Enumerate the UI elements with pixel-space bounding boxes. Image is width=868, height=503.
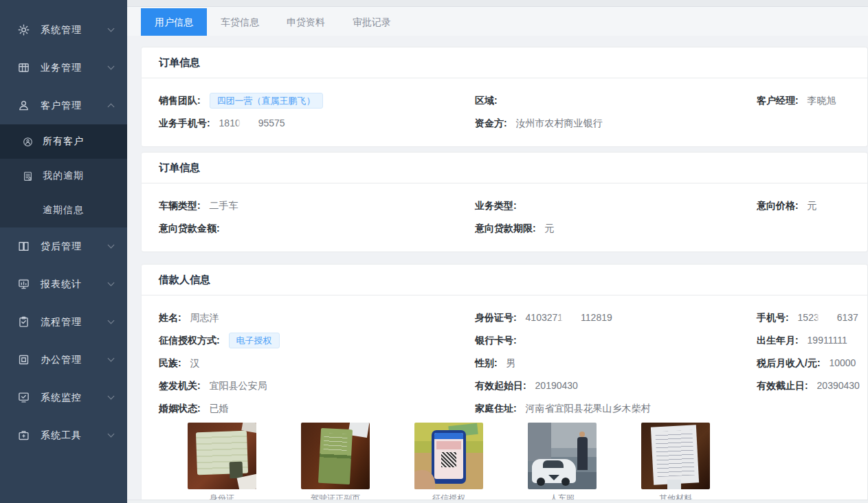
sidebar-item-system-monitor[interactable]: 系统监控: [0, 379, 127, 416]
building-graphic: [528, 423, 551, 461]
monitor-check-icon: [18, 392, 30, 403]
field-gender: 性别: 男: [475, 355, 757, 371]
sidebar-item-system-tools[interactable]: 系统工具: [0, 416, 127, 454]
card-title: 订单信息: [142, 47, 867, 78]
field-value: 4103271112819: [526, 312, 612, 323]
field-value: 宜阳县公安局: [210, 380, 267, 391]
chevron-down-icon: [108, 25, 115, 32]
sidebar-item-label: 系统工具: [41, 429, 109, 442]
field-label: 有效截止日:: [757, 380, 808, 391]
redaction-smudge: [819, 313, 837, 322]
borrower-info-card: 借款人信息 姓名: 周志洋 身份证号: 4103271112819 手机号:: [141, 264, 868, 503]
peoples-icon: [23, 137, 33, 147]
tab-panel-user-info: 订单信息 销售团队: 四团一营（直属王鹏飞） 区域: 客户经理:: [127, 36, 868, 503]
field-issuing-authority: 签发机关: 宜阳县公安局: [159, 377, 475, 394]
field-label: 银行卡号:: [475, 335, 517, 346]
detail-tabs: 用户信息 车贷信息 申贷资料 审批记录: [127, 7, 868, 36]
field-business-type: 业务类型:: [475, 197, 757, 214]
field-value: 元: [808, 200, 817, 211]
chevron-down-icon: [108, 63, 115, 70]
field-value: 10000: [829, 357, 856, 368]
sidebar-item-process-management[interactable]: 流程管理: [0, 303, 127, 341]
field-intended-price: 意向价格: 元: [757, 197, 850, 214]
card-body: 销售团队: 四团一营（直属王鹏飞） 区域: 客户经理: 李晓旭: [142, 78, 867, 146]
field-credit-authorization: 征信授权方式: 电子授权: [159, 332, 475, 348]
field-label: 征信授权方式:: [159, 335, 220, 346]
sidebar-item-business-management[interactable]: 业务管理: [0, 49, 127, 87]
card-title: 借款人信息: [142, 265, 867, 295]
field-value: 河南省宜阳县花果山乡木柴村: [526, 403, 651, 414]
sidebar-item-customer-management[interactable]: 客户管理: [0, 87, 127, 124]
field-value: 15236137: [798, 312, 858, 323]
field-birth-date: 出生年月: 19911111: [757, 332, 850, 348]
tab-car-loan-info[interactable]: 车贷信息: [207, 8, 273, 36]
field-vehicle-type: 车辆类型: 二手车: [159, 197, 475, 214]
id-portrait-graphic: [230, 462, 243, 479]
field-empty: [757, 115, 850, 131]
other-document-photo-thumbnail[interactable]: [641, 423, 710, 489]
tab-approval-records[interactable]: 审批记录: [339, 8, 405, 36]
clipboard-icon: [18, 316, 30, 328]
field-bank-card: 银行卡号:: [475, 332, 757, 348]
field-region: 区域:: [475, 92, 757, 109]
field-label: 身份证号:: [475, 312, 517, 323]
field-label: 有效起始日:: [475, 380, 526, 391]
field-label: 家庭住址:: [475, 403, 517, 414]
wheel-graphic: [561, 478, 570, 486]
field-label: 区域:: [475, 95, 498, 106]
credit-qr-photo-thumbnail[interactable]: [414, 423, 483, 489]
field-label: 车辆类型:: [159, 200, 201, 211]
field-label: 签发机关:: [159, 380, 201, 391]
redaction-smudge: [563, 313, 581, 322]
sidebar: 系统管理 业务管理 客户管理 所有客户: [0, 0, 127, 503]
person-graphic: [577, 437, 588, 470]
bottom-strip: [127, 500, 868, 503]
field-label: 税后月收入/元:: [757, 357, 821, 368]
sales-team-tag[interactable]: 四团一营（直属王鹏飞）: [210, 93, 323, 109]
field-intended-loan-term: 意向贷款期限: 元: [475, 220, 757, 236]
tab-user-info[interactable]: 用户信息: [141, 8, 207, 36]
field-valid-to: 有效截止日: 20390430: [757, 377, 860, 394]
photo-item: 征信授权: [414, 423, 483, 502]
sidebar-item-label: 办公管理: [41, 354, 109, 366]
sidebar-item-report-statistics[interactable]: 报表统计: [0, 265, 127, 303]
field-value: 20390430: [817, 380, 860, 391]
photo-item: 身份证: [188, 423, 256, 502]
sidebar-item-all-customers[interactable]: 所有客户: [0, 124, 127, 159]
chart-monitor-icon: [18, 278, 30, 290]
user-icon: [18, 100, 30, 111]
sidebar-item-my-overdue[interactable]: 我的逾期: [0, 159, 127, 193]
field-value: 20190430: [535, 380, 578, 391]
person-car-photo-thumbnail[interactable]: [528, 423, 597, 489]
field-label: 销售团队:: [159, 95, 201, 106]
field-funder: 资金方: 汝州市农村商业银行: [475, 115, 757, 131]
sidebar-item-label: 贷后管理: [41, 241, 109, 253]
field-label: 意向贷款金额:: [159, 223, 220, 234]
sidebar-item-label: 业务管理: [41, 62, 109, 74]
id-card-photo-thumbnail[interactable]: [188, 423, 256, 489]
book-icon: [18, 241, 30, 252]
phone-graphic: [432, 430, 466, 484]
field-row: 意向贷款金额: 意向贷款期限: 元: [159, 220, 850, 236]
chevron-down-icon: [108, 317, 115, 324]
field-intended-loan-amount: 意向贷款金额:: [159, 220, 475, 236]
chevron-down-icon: [108, 355, 115, 362]
screen-header-graphic: [434, 433, 463, 439]
credit-authorization-tag[interactable]: 电子授权: [229, 333, 280, 348]
wheel-graphic: [537, 478, 545, 486]
field-label: 意向贷款期限:: [475, 223, 536, 234]
sidebar-item-postloan-management[interactable]: 贷后管理: [0, 227, 127, 265]
document-icon: [23, 171, 33, 181]
tab-loan-application-materials[interactable]: 申贷资料: [273, 8, 339, 36]
sidebar-item-label: 流程管理: [41, 316, 109, 328]
field-marital-status: 婚姻状态: 已婚: [159, 400, 475, 416]
grid-icon: [18, 62, 30, 74]
sidebar-item-system-management[interactable]: 系统管理: [0, 11, 127, 49]
license-photo-thumbnail[interactable]: [301, 423, 370, 489]
field-account-manager: 客户经理: 李晓旭: [757, 92, 850, 109]
field-monthly-income: 税后月收入/元: 10000: [757, 355, 856, 371]
sidebar-item-overdue-info[interactable]: 逾期信息: [0, 193, 127, 227]
sidebar-item-office-management[interactable]: 办公管理: [0, 341, 127, 379]
card-title: 订单信息: [142, 153, 867, 183]
field-label: 意向价格:: [757, 200, 799, 211]
